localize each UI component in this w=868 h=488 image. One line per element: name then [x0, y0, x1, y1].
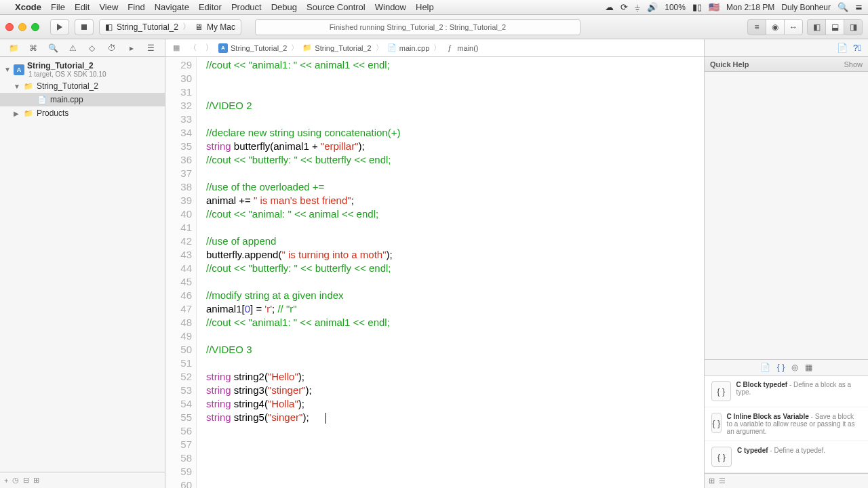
- user-name[interactable]: Duly Bonheur: [781, 3, 831, 12]
- project-root[interactable]: ▼ A String_Tutorial_2 1 target, OS X SDK…: [0, 60, 165, 79]
- toggle-debug-area-button[interactable]: ⬓: [825, 19, 844, 35]
- project-icon: A: [14, 64, 24, 75]
- snippet-glyph-icon: { }: [711, 381, 731, 401]
- jump-folder[interactable]: 📁 String_Tutorial_2: [302, 43, 371, 53]
- menu-product[interactable]: Product: [231, 2, 262, 12]
- scheme-selector[interactable]: ◧ String_Tutorial_2 〉 🖥 My Mac: [99, 19, 241, 35]
- inspector-selector: 📄 ?⃝: [705, 39, 868, 57]
- cpp-file-icon: 📄: [387, 43, 397, 53]
- project-tree[interactable]: ▼ A String_Tutorial_2 1 target, OS X SDK…: [0, 57, 165, 472]
- folder-icon: 📁: [302, 43, 312, 53]
- menu-navigate[interactable]: Navigate: [155, 2, 189, 12]
- battery-icon[interactable]: ▮▯: [692, 2, 702, 12]
- file-inspector-tab[interactable]: 📄: [837, 43, 848, 53]
- scheme-target-icon: ◧: [105, 22, 113, 32]
- navigator-panel: 📁 ⌘ 🔍 ⚠ ◇ ⏱ ▸ ☰ ▼ A String_Tutorial_2 1 …: [0, 39, 165, 488]
- flag-icon[interactable]: 🇺🇸: [709, 2, 719, 12]
- scheme-device-icon: 🖥: [195, 22, 203, 32]
- file-main-cpp[interactable]: 📄 main.cpp: [0, 93, 165, 106]
- breakpoint-navigator-tab[interactable]: ▸: [125, 42, 138, 54]
- list-view-icon[interactable]: ☰: [719, 476, 726, 485]
- version-editor-button[interactable]: ↔: [784, 19, 803, 35]
- jump-file-label: main.cpp: [399, 44, 430, 52]
- zoom-window-button[interactable]: [31, 23, 39, 31]
- menu-editor[interactable]: Editor: [199, 2, 222, 12]
- filter-recent-icon[interactable]: ◷: [12, 476, 19, 485]
- wifi-icon[interactable]: ⏚: [635, 2, 640, 12]
- snippet-item[interactable]: { }C typedef - Define a typedef.: [705, 441, 868, 473]
- project-navigator-tab[interactable]: 📁: [7, 42, 20, 54]
- back-button[interactable]: 〈: [186, 42, 199, 54]
- activity-status: Finished running String_Tutorial_2 : Str…: [255, 19, 580, 35]
- menu-source-control[interactable]: Source Control: [307, 2, 366, 12]
- clock[interactable]: Mon 2:18 PM: [726, 3, 774, 12]
- grid-view-icon[interactable]: ⊞: [709, 476, 715, 485]
- snippet-item[interactable]: { }C Inline Block as Variable - Save a b…: [705, 407, 868, 441]
- jump-project[interactable]: A String_Tutorial_2: [218, 43, 287, 53]
- scheme-device: My Mac: [207, 22, 235, 32]
- scheme-target: String_Tutorial_2: [117, 22, 178, 32]
- cloud-icon[interactable]: ☁︎: [605, 2, 614, 12]
- volume-icon[interactable]: 🔊: [647, 2, 658, 12]
- find-navigator-tab[interactable]: 🔍: [47, 42, 59, 54]
- menu-help[interactable]: Help: [416, 2, 434, 12]
- quick-help-inspector-tab[interactable]: ?⃝: [853, 43, 861, 53]
- folder-icon: 📁: [23, 81, 34, 92]
- toggle-utilities-button[interactable]: ◨: [844, 19, 863, 35]
- group-folder[interactable]: ▼ 📁 String_Tutorial_2: [0, 79, 165, 93]
- object-library-tab[interactable]: ◎: [791, 363, 798, 372]
- navigator-filter-bar: + ◷ ⊟ ⊞: [0, 472, 165, 488]
- jump-symbol-label: main(): [457, 44, 478, 52]
- standard-editor-button[interactable]: ≡: [747, 19, 766, 35]
- snippet-glyph-icon: { }: [711, 413, 722, 433]
- project-icon: A: [218, 43, 228, 53]
- add-button[interactable]: +: [4, 476, 8, 485]
- forward-button[interactable]: 〉: [202, 42, 216, 54]
- navigator-selector: 📁 ⌘ 🔍 ⚠ ◇ ⏱ ▸ ☰: [0, 39, 165, 57]
- jump-project-label: String_Tutorial_2: [231, 44, 287, 52]
- debug-navigator-tab[interactable]: ⏱: [106, 42, 118, 54]
- jump-file[interactable]: 📄 main.cpp: [387, 43, 430, 53]
- sync-icon[interactable]: ⟳: [620, 2, 628, 12]
- filter-scm-icon[interactable]: ⊟: [23, 476, 29, 485]
- app-menu[interactable]: Xcode: [15, 2, 41, 12]
- code-snippet-library-tab[interactable]: { }: [777, 363, 785, 372]
- xcode-toolbar: ◧ String_Tutorial_2 〉 🖥 My Mac Finished …: [0, 15, 868, 39]
- library-selector: 📄 { } ◎ ▦: [705, 359, 868, 375]
- snippet-item[interactable]: { }C Block typedef - Define a block as a…: [705, 375, 868, 407]
- cpp-file-icon: 📄: [37, 94, 47, 105]
- spotlight-icon[interactable]: 🔍: [837, 2, 848, 12]
- assistant-editor-button[interactable]: ◉: [766, 19, 785, 35]
- library-filter-bar: ⊞ ☰: [705, 473, 868, 488]
- quick-help-body: [705, 72, 868, 359]
- menu-debug[interactable]: Debug: [271, 2, 297, 12]
- filter-field-icon[interactable]: ⊞: [33, 476, 39, 485]
- line-number-gutter: 2930313233343536373839404142434445464748…: [165, 57, 197, 488]
- symbol-navigator-tab[interactable]: ⌘: [27, 42, 39, 54]
- code-content[interactable]: //cout << "animal1: " << animal1 << endl…: [197, 57, 704, 488]
- issue-navigator-tab[interactable]: ⚠: [66, 42, 79, 54]
- menu-file[interactable]: File: [51, 2, 65, 12]
- stop-button[interactable]: [75, 19, 94, 35]
- run-button[interactable]: [50, 19, 69, 35]
- menu-window[interactable]: Window: [375, 2, 406, 12]
- minimize-window-button[interactable]: [18, 23, 26, 31]
- file-template-library-tab[interactable]: 📄: [760, 363, 770, 372]
- jump-symbol[interactable]: ƒ main(): [445, 43, 478, 53]
- notification-center-icon[interactable]: ≣: [855, 2, 863, 12]
- menu-edit[interactable]: Edit: [75, 2, 90, 12]
- products-folder[interactable]: ▶ 📁 Products: [0, 106, 165, 120]
- source-editor[interactable]: 2930313233343536373839404142434445464748…: [165, 57, 704, 488]
- quick-help-show-link[interactable]: Show: [844, 60, 863, 68]
- related-items-button[interactable]: ▦: [170, 42, 183, 54]
- close-window-button[interactable]: [5, 23, 14, 31]
- toggle-navigator-button[interactable]: ◧: [807, 19, 826, 35]
- snippet-list[interactable]: { }C Block typedef - Define a block as a…: [705, 375, 868, 473]
- media-library-tab[interactable]: ▦: [805, 363, 812, 372]
- test-navigator-tab[interactable]: ◇: [86, 42, 98, 54]
- battery-percent: 100%: [665, 3, 686, 12]
- report-navigator-tab[interactable]: ☰: [145, 42, 157, 54]
- menu-find[interactable]: Find: [127, 2, 144, 12]
- menu-view[interactable]: View: [99, 2, 118, 12]
- snippet-glyph-icon: { }: [711, 447, 732, 467]
